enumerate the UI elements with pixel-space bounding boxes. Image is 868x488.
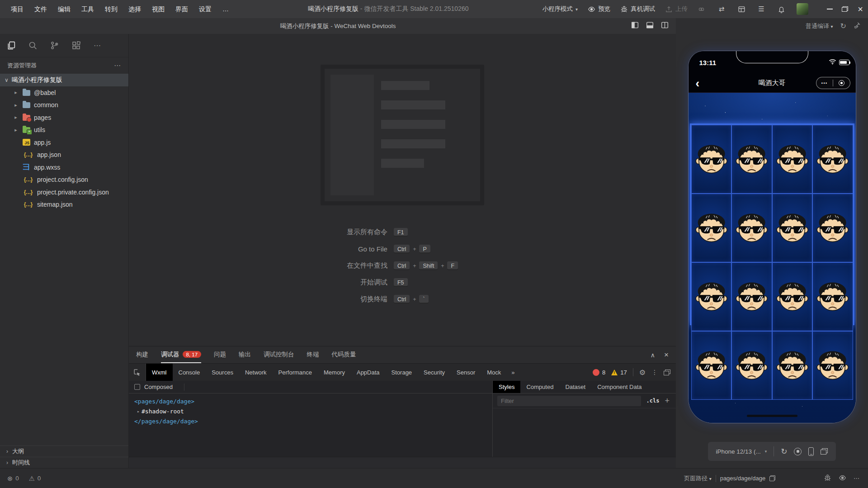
record-stop-icon[interactable] bbox=[794, 448, 802, 455]
shadow-root-node[interactable]: ▸#shadow-root bbox=[134, 407, 492, 417]
menu-item-tools[interactable]: 工具 bbox=[76, 0, 99, 18]
remote-debug-button[interactable]: 真机调试 bbox=[620, 5, 655, 13]
dage-face-cell[interactable] bbox=[772, 331, 813, 400]
explorer-more-icon[interactable]: ⋯ bbox=[114, 62, 121, 70]
mode-dropdown[interactable]: 小程序模式▾ bbox=[542, 5, 578, 13]
rotate-device-icon[interactable]: ↻ bbox=[781, 447, 787, 456]
warning-count[interactable]: 17 bbox=[620, 369, 627, 376]
tab-debug-console[interactable]: 调试控制台 bbox=[264, 346, 294, 363]
dage-face-cell[interactable] bbox=[731, 125, 772, 194]
toggle-sidebar-icon[interactable] bbox=[631, 22, 639, 30]
toggle-split-icon[interactable] bbox=[661, 22, 669, 30]
toggle-panel-icon[interactable] bbox=[646, 22, 654, 30]
activity-more-icon[interactable]: ⋯ bbox=[87, 34, 108, 57]
dage-face-cell[interactable] bbox=[812, 194, 853, 262]
menu-item-select[interactable]: 选择 bbox=[123, 0, 146, 18]
outline-section[interactable]: › 大纲 bbox=[0, 445, 128, 457]
extensions-icon[interactable] bbox=[65, 34, 87, 57]
statusbar-more-icon[interactable]: ⋯ bbox=[854, 475, 860, 482]
undock-devtools-icon[interactable] bbox=[664, 370, 670, 375]
clear-cache-icon[interactable] bbox=[854, 22, 861, 30]
tree-item-babel[interactable]: ▸ @babel bbox=[0, 86, 128, 99]
devtools-kebab-icon[interactable]: ⋮ bbox=[651, 369, 658, 376]
device-selector[interactable]: iPhone 12/13 (... bbox=[716, 448, 761, 455]
devtab-sources[interactable]: Sources bbox=[206, 364, 239, 381]
tab-output[interactable]: 输出 bbox=[239, 346, 251, 363]
dage-face-cell[interactable] bbox=[772, 125, 813, 194]
tree-item-app-wxss[interactable]: 彐 app.wxss bbox=[0, 161, 128, 174]
devtab-storage[interactable]: Storage bbox=[386, 364, 418, 381]
tree-item-app-json[interactable]: {…} app.json bbox=[0, 149, 128, 161]
computed-tab[interactable]: Computed bbox=[520, 381, 559, 393]
tab-terminal[interactable]: 终端 bbox=[307, 346, 319, 363]
maximize-button[interactable] bbox=[837, 0, 853, 18]
device-frame-icon[interactable] bbox=[808, 447, 814, 456]
new-style-rule-button[interactable]: + bbox=[665, 396, 671, 406]
menu-item-settings[interactable]: 设置 bbox=[193, 0, 217, 18]
devtab-performance[interactable]: Performance bbox=[273, 364, 318, 381]
recompile-icon[interactable]: ↻ bbox=[840, 22, 846, 30]
menu-item-view[interactable]: 视图 bbox=[146, 0, 170, 18]
menu-item-goto[interactable]: 转到 bbox=[99, 0, 123, 18]
capsule-close-icon[interactable] bbox=[833, 80, 850, 86]
tab-debugger[interactable]: 调试器8, 17 bbox=[161, 346, 201, 363]
dom-close-tag[interactable]: </pages/dage/dage> bbox=[134, 417, 492, 426]
tab-code-quality[interactable]: 代码质量 bbox=[332, 346, 356, 363]
devtools-settings-gear-icon[interactable]: ⚙ bbox=[639, 368, 646, 377]
menu-item-project[interactable]: 项目 bbox=[5, 0, 29, 18]
tab-build[interactable]: 构建 bbox=[136, 346, 148, 363]
dataset-tab[interactable]: Dataset bbox=[559, 381, 591, 393]
devtab-console[interactable]: Console bbox=[173, 364, 206, 381]
dage-face-cell[interactable] bbox=[691, 194, 732, 262]
menu-item-file[interactable]: 文件 bbox=[29, 0, 52, 18]
notifications-bell-icon[interactable] bbox=[777, 5, 786, 14]
warning-count-icon[interactable] bbox=[611, 370, 618, 375]
menu-item-edit[interactable]: 编辑 bbox=[52, 0, 76, 18]
tree-root-folder[interactable]: ∨ 喝酒小程序修复版 bbox=[0, 74, 128, 86]
devtab-network[interactable]: Network bbox=[239, 364, 273, 381]
error-count-icon[interactable] bbox=[593, 369, 599, 376]
tab-problems[interactable]: 问题 bbox=[214, 346, 226, 363]
devtab-appdata[interactable]: AppData bbox=[351, 364, 386, 381]
main-menu-icon[interactable]: ☰ bbox=[757, 5, 766, 14]
menu-item-more[interactable]: … bbox=[217, 0, 234, 18]
dage-face-cell[interactable] bbox=[691, 331, 732, 400]
swap-arrows-icon[interactable]: ⇄ bbox=[717, 5, 726, 14]
layout-toggle-icon[interactable] bbox=[737, 5, 746, 14]
close-button[interactable]: × bbox=[853, 0, 868, 18]
capsule-more-icon[interactable]: ••• bbox=[816, 81, 833, 85]
detach-simulator-icon[interactable] bbox=[821, 448, 828, 455]
dage-face-cell[interactable] bbox=[731, 194, 772, 262]
dage-face-cell[interactable] bbox=[731, 331, 772, 400]
dage-face-cell[interactable] bbox=[812, 262, 853, 331]
composed-checkbox[interactable] bbox=[134, 384, 140, 390]
upload-button[interactable]: 上传 bbox=[665, 5, 688, 13]
statusbar-bug-icon[interactable] bbox=[824, 474, 831, 483]
tree-item-sitemap[interactable]: {…} sitemap.json bbox=[0, 199, 128, 211]
source-control-icon[interactable] bbox=[43, 34, 65, 57]
devtab-sensor[interactable]: Sensor bbox=[451, 364, 481, 381]
devtab-memory[interactable]: Memory bbox=[318, 364, 351, 381]
explorer-icon[interactable] bbox=[0, 34, 22, 57]
devtab-mock[interactable]: Mock bbox=[481, 364, 507, 381]
search-icon[interactable] bbox=[22, 34, 43, 57]
dage-face-cell[interactable] bbox=[812, 125, 853, 194]
menu-item-ui[interactable]: 界面 bbox=[170, 0, 193, 18]
timeline-section[interactable]: › 时间线 bbox=[0, 457, 128, 468]
more-tabs-icon[interactable]: » bbox=[507, 364, 519, 381]
collapse-panel-icon[interactable]: ∧ bbox=[651, 351, 655, 359]
dage-face-cell[interactable] bbox=[691, 262, 732, 331]
error-count[interactable]: 8 bbox=[602, 369, 605, 376]
dage-face-cell[interactable] bbox=[731, 262, 772, 331]
devtab-security[interactable]: Security bbox=[418, 364, 451, 381]
page-path-dropdown[interactable]: 页面路径 ▾ bbox=[684, 474, 712, 483]
copy-path-icon[interactable] bbox=[769, 475, 775, 481]
tree-item-project-private-config[interactable]: {…} project.private.config.json bbox=[0, 186, 128, 199]
tree-item-app-js[interactable]: JS app.js bbox=[0, 136, 128, 149]
user-avatar[interactable] bbox=[797, 3, 808, 15]
tree-item-common[interactable]: ▸ common bbox=[0, 99, 128, 112]
tree-item-project-config[interactable]: {…} project.config.json bbox=[0, 174, 128, 186]
dom-open-tag[interactable]: <pages/dage/dage> bbox=[134, 397, 492, 407]
dage-face-cell[interactable] bbox=[772, 194, 813, 262]
problems-summary[interactable]: ⊗ 0 ⚠ 0 bbox=[0, 475, 129, 482]
